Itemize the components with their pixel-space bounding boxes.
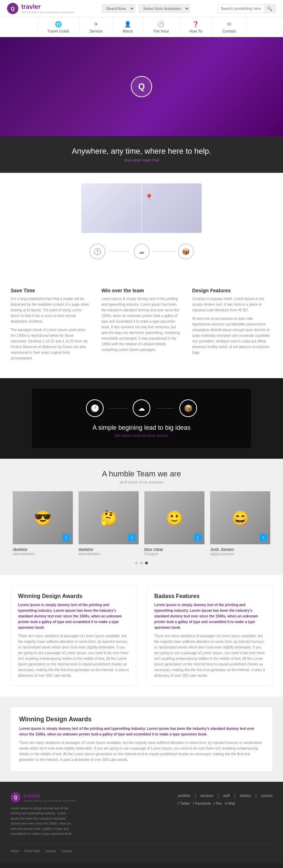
rss-social-icon: r (213, 802, 214, 805)
feature-line: 🕐 ☁ 📦 (89, 244, 194, 259)
hero-logo-circle: Q (131, 76, 152, 97)
footer-link-articles[interactable]: articles (240, 794, 251, 798)
twitter-icon-1[interactable]: t (128, 534, 136, 541)
awards-section: Winning Design Awards Lorem ipsum is sim… (0, 575, 283, 697)
search-input[interactable] (218, 5, 264, 12)
nav-contact-label: Contact (223, 29, 236, 33)
nav-the-hour[interactable]: 🕐 The Hour (143, 17, 179, 37)
map-pin-icon: 📍 (145, 193, 154, 202)
main-dropdown[interactable]: Select from dropdown (139, 4, 190, 13)
tagline-heading: Anywhere, any time, where here to help. (7, 147, 276, 156)
design-para2: At vero eos et accusamus et iusto odio d… (192, 316, 272, 356)
search-button[interactable]: 🔍 (264, 5, 276, 13)
nav-contact[interactable]: ✉ Contact (213, 17, 246, 37)
nav-about[interactable]: 👤 About (113, 17, 143, 37)
footer-facebook-link[interactable]: f Facebook (193, 802, 211, 805)
team-subtext: we'll some of us anyways (11, 480, 272, 484)
footer-contact-link[interactable]: contact (62, 849, 72, 853)
footer-link-contact[interactable]: contact (261, 794, 272, 798)
team-photo-3: 😄 t (210, 491, 270, 544)
footer-link-portfolio[interactable]: portfolio (178, 794, 190, 798)
team-role-0: administration (13, 552, 73, 556)
connector-2 (153, 251, 174, 252)
twitter-icon-0[interactable]: t (62, 534, 70, 541)
team-dot-1[interactable] (140, 562, 143, 564)
footer-rss-link[interactable]: r Rss (213, 802, 222, 805)
awards-highlight-1: Lorem ipsum is simply dummy text of the … (154, 602, 265, 631)
team-dots (11, 562, 272, 564)
team-heading: A humble Team we are (11, 469, 272, 479)
team-section: A humble Team we are we'll some of us an… (0, 459, 283, 575)
footer-mail-link[interactable]: ✉ Mail (225, 802, 235, 805)
save-time-title: Save Time (11, 288, 91, 293)
footer-link-services[interactable]: services (200, 794, 213, 798)
footer-privacy-link[interactable]: privacy (46, 849, 56, 853)
footer-left: Q travler Get the advice you need when d… (11, 792, 76, 836)
team-role-2: Designer (144, 552, 204, 556)
footer-description: Lorem ipsum is simply dummy text of the … (11, 806, 74, 836)
awards-body-1: There are many variations of passages of… (154, 633, 265, 679)
clock-icon-circle: 🕐 (89, 244, 105, 259)
team-dot-2[interactable] (145, 562, 148, 564)
team-dot-0[interactable] (135, 562, 138, 564)
features-row: 🕐 ☁ 📦 (14, 244, 269, 270)
content-col-save-time: Save Time It is a long established fact … (11, 288, 91, 364)
map-fold: 📍 (81, 183, 202, 233)
footer-copyright: Copyright © 2014 Company name All rights… (0, 863, 283, 868)
footer-right: portfolio | services | staff | articles … (178, 792, 272, 805)
footer-footer-links-link[interactable]: footer links (25, 849, 40, 853)
team-name-1: skeletor (79, 547, 139, 552)
nav-the-hour-label: The Hour (153, 29, 169, 33)
laptop-box-icon: 📦 (179, 399, 197, 417)
awards-title-1: Badass Features (154, 593, 265, 599)
footer: Q travler Get the advice you need when d… (0, 782, 283, 863)
nav-service[interactable]: ✈ Service (80, 17, 113, 37)
board-dropdown[interactable]: Board Area (102, 4, 135, 13)
contact-icon: ✉ (227, 21, 231, 28)
awards-col-0: Winning Design Awards Lorem ipsum is sim… (11, 586, 136, 686)
logo-text: travler Get the advice you need when dow… (21, 3, 74, 14)
main-nav: 🌐 Travel Guide ✈ Service 👤 About 🕐 The H… (0, 17, 283, 37)
save-time-para2: The standard chunk of Lorem Ipsum used s… (11, 327, 91, 361)
footer-nav-links: portfolio | services | staff | articles … (178, 792, 272, 799)
logo-icon: Q (7, 3, 18, 14)
nav-service-label: Service (89, 29, 103, 33)
team-photo-1: 🤔 t (79, 491, 139, 544)
box-icon-circle: 📦 (178, 244, 194, 259)
team-member-1: 🤔 t skeletor administration (79, 491, 139, 556)
travel-guide-icon: 🌐 (55, 21, 62, 28)
twitter-social-icon: t (178, 802, 179, 805)
awards-body-0: There are many variations of passages of… (18, 633, 129, 679)
mail-social-icon: ✉ (225, 802, 227, 805)
team-member-2: 🙂 t blox robar Designer (144, 491, 204, 556)
twitter-icon-2[interactable]: t (194, 534, 202, 541)
laptop-icons: 🕐 ☁ 📦 (53, 399, 230, 417)
nav-travel-guide[interactable]: 🌐 Travel Guide (37, 17, 80, 37)
connector-1 (109, 251, 130, 252)
hero-center: Q (131, 76, 152, 97)
map-section: 📍 🕐 ☁ 📦 (0, 173, 283, 281)
footer-twitter-link[interactable]: t Twitter (178, 802, 190, 805)
content-col-design: Design Features Contrary to popular beli… (192, 288, 272, 364)
second-awards-highlight: Lorem ipsum is simply dummy text of the … (19, 726, 264, 737)
design-title: Design Features (192, 288, 272, 293)
footer-about-link[interactable]: About (11, 849, 19, 853)
twitter-icon-3[interactable]: t (260, 534, 267, 541)
laptop-heading: A simple begining lead to big ideas (53, 424, 230, 432)
cloud-icon-circle: ☁ (134, 244, 150, 259)
laptop-subtext: We started small but grew quicker (53, 434, 230, 438)
mail-label: Mail (229, 802, 235, 805)
nav-how-to-label: How To (189, 29, 202, 33)
nav-how-to[interactable]: ❓ How To (179, 17, 212, 37)
search-bar: 🔍 (218, 4, 276, 13)
footer-social: t Twitter f Facebook r Rss ✉ Mail (178, 802, 272, 805)
nav-about-label: About (123, 29, 133, 33)
header-middle: Board Area Select from dropdown (102, 4, 190, 13)
team-name-3: Josh Jansen (210, 547, 270, 552)
second-awards-section: Winning Design Awards Lorem ipsum is sim… (0, 697, 283, 782)
about-icon: 👤 (124, 21, 131, 28)
team-para: Lorem ipsum & simply dummy text of the p… (102, 296, 182, 353)
footer-link-staff[interactable]: staff (223, 794, 230, 798)
team-grid: 😎 t skeletor administration 🤔 t skeletor… (11, 491, 272, 556)
tagline-section: Anywhere, any time, where here to help. … (0, 136, 283, 173)
